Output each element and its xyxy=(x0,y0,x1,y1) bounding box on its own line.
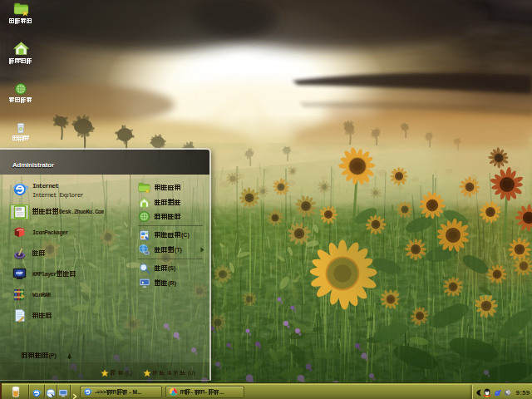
svg-text:KMP: KMP xyxy=(16,272,23,275)
svg-text:DTC: DTC xyxy=(17,208,22,211)
